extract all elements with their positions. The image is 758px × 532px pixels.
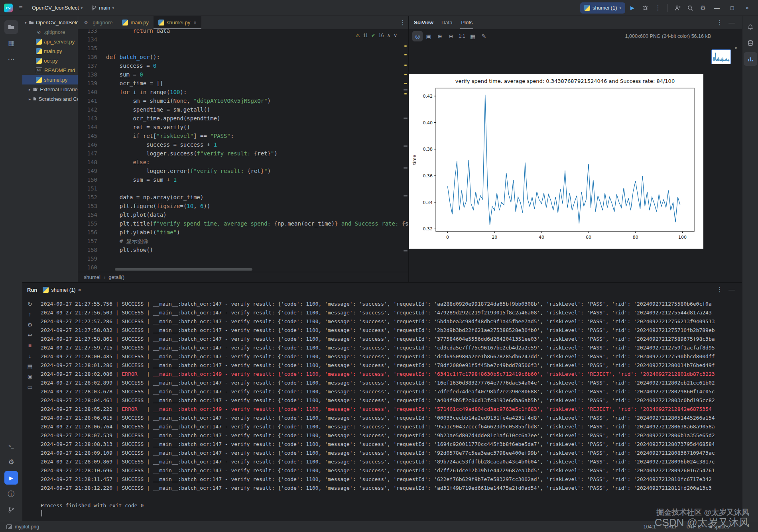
structure-tool-button[interactable] (4, 36, 18, 50)
code-line-141: 141 sm = shumei(None, "dótpAY1oVOKv5jRSg… (78, 96, 408, 105)
clear-console-icon[interactable] (25, 382, 35, 392)
sciview-tool-button[interactable] (744, 52, 757, 66)
jump-up-icon[interactable] (25, 310, 35, 319)
inspections-widget[interactable]: ⚠ 11 ✔ 16 ∧ ∨ (353, 32, 400, 39)
close-thumbnail-icon[interactable]: × (734, 45, 737, 51)
sciview-toolbar: 1:1 1,000x600 PNG (24-bit color) 56.16 k… (409, 29, 742, 43)
project-file-shumei.py[interactable]: shumei.py (22, 75, 78, 84)
project-group-external-libraries[interactable]: ▸ External Libraries (22, 84, 78, 94)
rerun-icon[interactable] (25, 299, 35, 309)
code-line-157: 157 # 显示图像 (78, 237, 408, 245)
log-line: 2024-09-27 21:28:02.899 | SUCCESS | __ma… (41, 379, 742, 387)
plot-image[interactable]: verify spend time, average spend: 0.3438… (409, 74, 703, 249)
debug-button[interactable] (640, 2, 651, 14)
zoom-actual-size-button[interactable]: 1:1 (457, 33, 467, 39)
main-menu-icon[interactable] (15, 2, 26, 14)
log-line: 2024-09-27 21:28:09.869 | SUCCESS | __ma… (41, 457, 742, 466)
project-file-README.md[interactable]: M↓README.md (22, 65, 78, 75)
print-icon[interactable] (25, 361, 35, 371)
search-button[interactable] (685, 2, 696, 14)
window-close-button[interactable]: × (740, 2, 754, 14)
window-minimize-button[interactable]: — (710, 2, 724, 14)
run-button[interactable] (627, 2, 638, 14)
run-config-chip[interactable]: shumei (1) (580, 2, 625, 14)
notifications-button[interactable] (744, 20, 757, 34)
log-line: 2024-09-27 21:28:02.086 | ERROR | __main… (41, 370, 742, 379)
stop-icon[interactable] (25, 341, 35, 350)
code-line-159: 159 (78, 254, 408, 263)
version-control-tool-button[interactable] (4, 503, 18, 516)
problems-tool-button[interactable] (4, 487, 18, 501)
project-file-.gitignore[interactable]: .gitignore (22, 27, 78, 37)
project-group-scratches[interactable]: ▸ Scratches and Consoles (22, 94, 78, 104)
code-area[interactable]: 133 return data134135136def batch_ocr():… (78, 29, 408, 272)
stripe-mark (404, 89, 408, 90)
tab-shumei-py[interactable]: shumei.py × (154, 16, 201, 29)
hide-panel-icon[interactable] (726, 17, 737, 28)
line-number: 140 (78, 88, 97, 96)
project-file-api_server.py[interactable]: api_server.py (22, 37, 78, 46)
tab-data[interactable]: Data (441, 16, 453, 29)
more-actions-icon[interactable] (652, 2, 663, 14)
line-number: 141 (78, 96, 97, 105)
close-tab-icon[interactable]: × (78, 287, 81, 293)
tab-plots[interactable]: Plots (460, 16, 473, 29)
window-maximize-button[interactable]: □ (725, 2, 739, 14)
pin-tab-icon[interactable] (25, 372, 35, 381)
caret-position-widget[interactable]: 104:1 (644, 524, 656, 530)
fit-to-frame-icon[interactable] (423, 31, 434, 41)
horizontal-scrollbar[interactable] (115, 268, 252, 271)
project-selector[interactable]: OpenCV_IconSelect (29, 3, 86, 12)
hide-panel-icon[interactable] (726, 284, 737, 295)
sciview-header: SciView Data Plots (409, 16, 742, 29)
project-file-main.py[interactable]: main.py (22, 46, 78, 56)
close-tab-icon[interactable]: × (193, 20, 197, 26)
run-tab-shumei[interactable]: shumei (1) × (43, 283, 81, 296)
database-tool-button[interactable] (744, 36, 757, 50)
plot-thumbnail[interactable] (711, 49, 731, 64)
stripe-mark (404, 65, 407, 66)
tab-gitignore[interactable]: .gitignore (78, 16, 117, 29)
settings-gear-icon[interactable] (697, 2, 709, 14)
console-settings-icon[interactable] (25, 320, 35, 330)
next-inspection-icon[interactable]: ∨ (394, 33, 397, 38)
edit-plot-icon[interactable] (479, 31, 489, 41)
line-separator-widget[interactable]: CRLF (665, 524, 678, 530)
add-user-button[interactable] (672, 2, 683, 14)
soft-wrap-icon[interactable] (25, 330, 35, 340)
git-branch-icon (8, 506, 14, 513)
encoding-widget[interactable]: UTF-8 (687, 524, 701, 530)
editor-options-icon[interactable] (397, 17, 408, 28)
line-number: 160 (78, 263, 97, 272)
breadcrumb-item[interactable]: getall() (108, 274, 124, 280)
branch-selector[interactable]: main (88, 3, 117, 12)
indent-widget[interactable]: 4 spaces (709, 524, 729, 530)
project-tool-button[interactable] (4, 20, 18, 34)
status-file-reference[interactable]: myplot.png (6, 524, 39, 530)
sciview-options-icon[interactable] (714, 17, 725, 28)
zoom-in-icon[interactable] (435, 31, 445, 41)
error-stripe[interactable] (403, 29, 408, 272)
breadcrumb-item[interactable]: shumei (84, 274, 100, 280)
scroll-to-end-icon[interactable] (25, 351, 35, 361)
code-line-149: 149 logger.error(f"verify result: {ret}"… (78, 167, 408, 175)
tab-main-py[interactable]: main.py (117, 16, 154, 29)
zoom-out-icon[interactable] (446, 31, 456, 41)
project-root-item[interactable]: OpenCV_IconSelect (22, 18, 78, 27)
more-tool-windows-button[interactable] (4, 52, 18, 66)
services-tool-button[interactable] (4, 455, 18, 469)
run-options-icon[interactable] (714, 284, 725, 295)
plot-svg: verify spend time, average spend: 0.3438… (410, 75, 703, 248)
run-tab-label: shumei (1) (51, 287, 75, 293)
prev-inspection-icon[interactable]: ∧ (387, 33, 390, 38)
code-line-148: 148 else: (78, 158, 408, 167)
terminal-tool-button[interactable] (4, 439, 18, 453)
code-editor[interactable]: 133 return data134135136def batch_ocr():… (78, 29, 408, 272)
run-tool-button[interactable] (4, 471, 18, 485)
run-toolbar (22, 296, 37, 521)
grid-toggle-icon[interactable] (468, 31, 478, 41)
svg-text:time: time (412, 155, 417, 165)
project-file-ocr.py[interactable]: ocr.py (22, 56, 78, 65)
focus-mode-icon[interactable] (412, 31, 423, 41)
python-icon (36, 48, 42, 54)
